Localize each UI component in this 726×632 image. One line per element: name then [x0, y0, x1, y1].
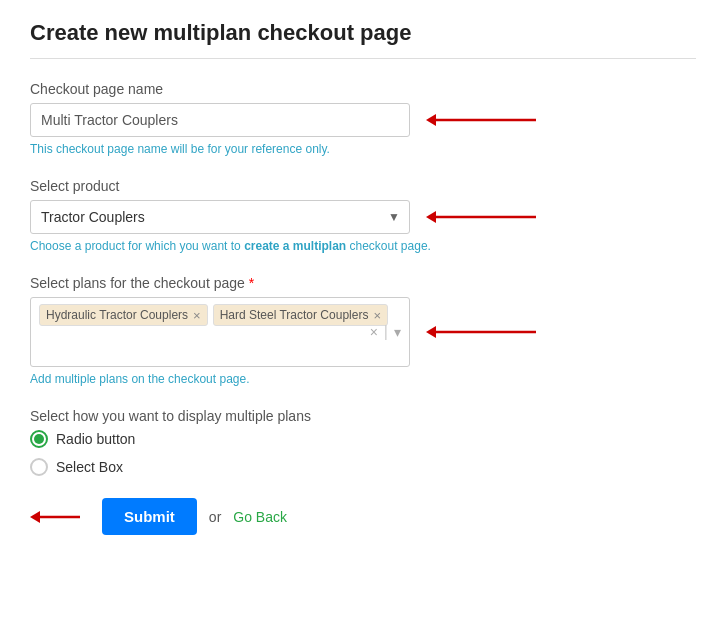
checkout-name-section: Checkout page name This checkout page na… — [30, 81, 696, 156]
multiselect-expand-icon[interactable]: ▾ — [392, 323, 403, 341]
arrow-plans — [426, 320, 546, 344]
go-back-link[interactable]: Go Back — [233, 509, 287, 525]
radio-button-label: Radio button — [56, 431, 135, 447]
plans-hint: Add multiple plans on the checkout page. — [30, 372, 696, 386]
checkout-name-input[interactable] — [30, 103, 410, 137]
plans-multiselect[interactable]: Hydraulic Tractor Couplers × Hard Steel … — [30, 297, 410, 367]
svg-marker-5 — [426, 326, 436, 338]
select-product-label: Select product — [30, 178, 696, 194]
arrow-checkout-name — [426, 108, 546, 132]
arrow-submit — [30, 505, 90, 529]
selectbox-label: Select Box — [56, 459, 123, 475]
footer-row: Submit or Go Back — [30, 498, 696, 535]
display-radio-group: Radio button Select Box — [30, 430, 696, 476]
radio-button-radio-circle[interactable] — [30, 430, 48, 448]
checkout-name-hint: This checkout page name will be for your… — [30, 142, 696, 156]
select-plans-label-text: Select plans for the checkout page — [30, 275, 245, 291]
page-title: Create new multiplan checkout page — [30, 20, 696, 46]
divider — [30, 58, 696, 59]
checkout-name-label: Checkout page name — [30, 81, 696, 97]
or-text: or — [209, 509, 221, 525]
select-product-hint: Choose a product for which you want to c… — [30, 239, 696, 253]
product-select-wrapper: Tractor Couplers Hydraulic Couplers Othe… — [30, 200, 410, 234]
display-label: Select how you want to display multiple … — [30, 408, 696, 424]
tag-hydraulic-label: Hydraulic Tractor Couplers — [46, 308, 188, 322]
required-marker: * — [249, 275, 254, 291]
svg-marker-3 — [426, 211, 436, 223]
select-product-row: Tractor Couplers Hydraulic Couplers Othe… — [30, 200, 696, 234]
tag-hardsteel-label: Hard Steel Tractor Couplers — [220, 308, 369, 322]
product-select[interactable]: Tractor Couplers Hydraulic Couplers Othe… — [30, 200, 410, 234]
select-plans-row: Hydraulic Tractor Couplers × Hard Steel … — [30, 297, 696, 367]
radio-selectbox-circle[interactable] — [30, 458, 48, 476]
select-plans-section: Select plans for the checkout page * Hyd… — [30, 275, 696, 386]
multiselect-divider: | — [384, 323, 388, 341]
multiselect-clear-icon[interactable]: × — [368, 323, 380, 341]
svg-marker-7 — [30, 511, 40, 523]
select-plans-label: Select plans for the checkout page * — [30, 275, 696, 291]
display-section: Select how you want to display multiple … — [30, 408, 696, 476]
tag-hardsteel: Hard Steel Tractor Couplers × — [213, 304, 388, 326]
arrow-select-product — [426, 205, 546, 229]
tag-hydraulic-remove[interactable]: × — [193, 309, 201, 322]
tag-hardsteel-remove[interactable]: × — [373, 309, 381, 322]
submit-button[interactable]: Submit — [102, 498, 197, 535]
radio-option-radio[interactable]: Radio button — [30, 430, 696, 448]
svg-marker-1 — [426, 114, 436, 126]
checkout-name-row — [30, 103, 696, 137]
radio-option-selectbox[interactable]: Select Box — [30, 458, 696, 476]
multiselect-controls: × | ▾ — [368, 323, 403, 341]
tag-hydraulic: Hydraulic Tractor Couplers × — [39, 304, 208, 326]
select-product-section: Select product Tractor Couplers Hydrauli… — [30, 178, 696, 253]
